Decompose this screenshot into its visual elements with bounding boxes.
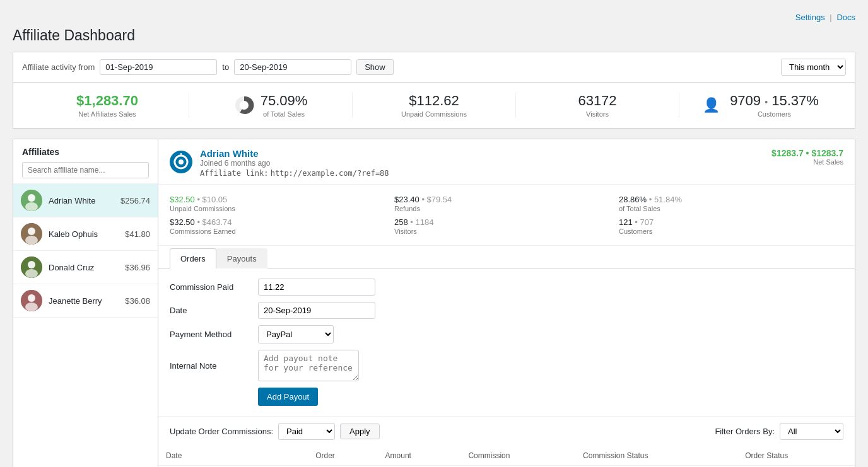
date-filter-bar: Affiliate activity from to Show This mon… [13, 52, 855, 83]
affiliates-title: Affiliates [22, 147, 59, 157]
avatar-img-3 [21, 290, 42, 311]
customers-stat: 👤 9709 • 15.37% Customers [679, 93, 842, 118]
unpaid-commissions-value: $112.62 [409, 93, 459, 109]
affiliates-header: Affiliates [13, 139, 158, 184]
payment-method-row: Payment Method PayPal Bank Transfer Chec… [170, 325, 843, 343]
unpaid-commissions-detail-label: Unpaid Commissions [170, 205, 394, 212]
affiliate-item-1[interactable]: Kaleb Ophuis $41.80 [13, 217, 158, 251]
docs-link[interactable]: Docs [836, 13, 855, 22]
svg-point-12 [28, 294, 35, 302]
avatar-0 [21, 190, 42, 211]
avatar-2 [21, 257, 42, 278]
affiliate-name-3: Jeanette Berry [49, 296, 125, 306]
period-select[interactable]: This month [781, 59, 846, 76]
unpaid-commissions-detail-value: $32.50 • $10.05 [170, 195, 394, 204]
visitors-value: 63172 [578, 93, 616, 109]
affiliate-item-3[interactable]: Jeanette Berry $36.08 [13, 284, 158, 318]
main-content: Affiliates Adrian White $256.74 [13, 139, 855, 467]
affiliates-sidebar: Affiliates Adrian White $256.74 [13, 139, 158, 467]
commissions-earned-value: $32.50 • $463.74 [170, 217, 394, 227]
customers-detail-value: 121 • 707 [619, 217, 843, 227]
affiliate-item-0[interactable]: Adrian White $256.74 [13, 184, 158, 217]
avatar-1 [21, 223, 42, 245]
date-input[interactable] [258, 302, 375, 319]
orders-controls-left: Update Order Commissions: Paid Unpaid Re… [170, 423, 380, 440]
show-button[interactable]: Show [356, 59, 394, 75]
customers-detail-label: Customers [619, 228, 843, 235]
refunds-detail-value: $23.40 • $79.54 [394, 195, 619, 204]
affiliate-amount-1: $41.80 [125, 229, 150, 239]
affiliate-detail-header: Adrian White Joined 6 months ago Affilia… [158, 139, 855, 185]
net-sales-label: Net Affiliates Sales [78, 110, 136, 118]
net-sales-value: $1,283.70 [76, 93, 138, 109]
customers-label: Customers [730, 110, 819, 118]
col-commission-status: Commission Status [575, 446, 737, 466]
affiliate-item-2[interactable]: Donald Cruz $36.96 [13, 251, 158, 284]
period-selector[interactable]: This month [781, 59, 846, 76]
internal-note-label: Internal Note [170, 361, 258, 371]
total-sales-detail-label: of Total Sales [619, 205, 843, 212]
pie-chart-icon [234, 95, 254, 115]
affiliate-detail-info: Adrian White Joined 6 months ago Affilia… [170, 148, 389, 178]
date-row: Date [170, 302, 843, 319]
add-payout-button[interactable]: Add Payout [258, 388, 318, 406]
net-sales-stat: $1,283.70 Net Affiliates Sales [26, 93, 189, 118]
affiliate-detail-name: Adrian White [200, 148, 389, 159]
commissions-earned-label: Commissions Earned [170, 228, 394, 235]
svg-point-9 [28, 261, 35, 268]
total-sales-detail-value: 28.86% • 51.84% [619, 195, 843, 204]
unpaid-commissions-stat: $112.62 Unpaid Commissions [353, 93, 516, 118]
affiliate-search-input[interactable] [22, 162, 149, 178]
orders-table: Date Order Amount Commission Commission … [158, 446, 855, 467]
top-links: Settings | Docs [13, 13, 855, 22]
payment-method-select[interactable]: PayPal Bank Transfer Check Other [258, 325, 334, 343]
stats-bar: $1,283.70 Net Affiliates Sales 75.09% of… [13, 83, 855, 129]
order-status-select[interactable]: Paid Unpaid Rejected [278, 423, 335, 440]
visitors-detail: 258 • 1184 Visitors [394, 215, 619, 238]
customers-detail: 121 • 707 Customers [619, 215, 843, 238]
tab-orders[interactable]: Orders [170, 248, 216, 268]
page-title: Affiliate Dashboard [13, 27, 855, 44]
affiliate-detail-logo [170, 151, 192, 175]
affiliate-stats-grid: $32.50 • $10.05 Unpaid Commissions $23.4… [158, 185, 855, 246]
svg-point-3 [28, 194, 35, 202]
date-to-input[interactable] [234, 59, 351, 75]
update-order-label: Update Order Commissions: [170, 427, 273, 436]
refunds-detail-label: Refunds [394, 205, 619, 212]
col-date: Date [158, 446, 284, 466]
net-sales-values: $1283.7 • $1283.7 [771, 148, 843, 158]
avatar-img-2 [21, 257, 42, 278]
commission-paid-input[interactable] [258, 279, 375, 296]
svg-point-7 [25, 236, 38, 245]
date-filter-label: Affiliate activity from [22, 62, 95, 72]
refunds-detail: $23.40 • $79.54 Refunds [394, 192, 619, 215]
internal-note-row: Internal Note [170, 350, 843, 381]
person-icon: 👤 [703, 97, 720, 113]
filter-label: Filter Orders By: [715, 427, 775, 436]
commission-paid-label: Commission Paid [170, 282, 258, 292]
visitors-label: Visitors [586, 110, 609, 118]
filter-select[interactable]: All Unpaid Paid Completed [780, 423, 843, 440]
date-filter-left: Affiliate activity from to Show [22, 59, 394, 75]
col-check [284, 446, 308, 466]
total-sales-pct-label: of Total Sales [261, 110, 308, 118]
affiliate-name-2: Donald Cruz [49, 263, 125, 272]
affiliate-amount-0: $256.74 [120, 196, 150, 205]
col-amount: Amount [378, 446, 461, 466]
affiliate-name-0: Adrian White [49, 196, 120, 205]
date-from-input[interactable] [100, 59, 217, 75]
svg-point-6 [28, 228, 35, 235]
tab-payouts[interactable]: Payouts [216, 248, 267, 268]
add-payout-row: Add Payout [170, 388, 843, 406]
customers-value: 9709 • 15.37% [730, 93, 819, 109]
apply-button[interactable]: Apply [340, 424, 380, 439]
payment-method-label: Payment Method [170, 330, 258, 339]
settings-link[interactable]: Settings [795, 13, 825, 22]
separator: | [830, 13, 831, 22]
net-sales-detail-label: Net Sales [771, 158, 843, 166]
total-sales-detail: 28.86% • 51.84% of Total Sales [619, 192, 843, 215]
internal-note-textarea[interactable] [258, 350, 359, 381]
col-order-status: Order Status [737, 446, 855, 466]
svg-point-13 [25, 303, 38, 311]
date-label: Date [170, 306, 258, 315]
